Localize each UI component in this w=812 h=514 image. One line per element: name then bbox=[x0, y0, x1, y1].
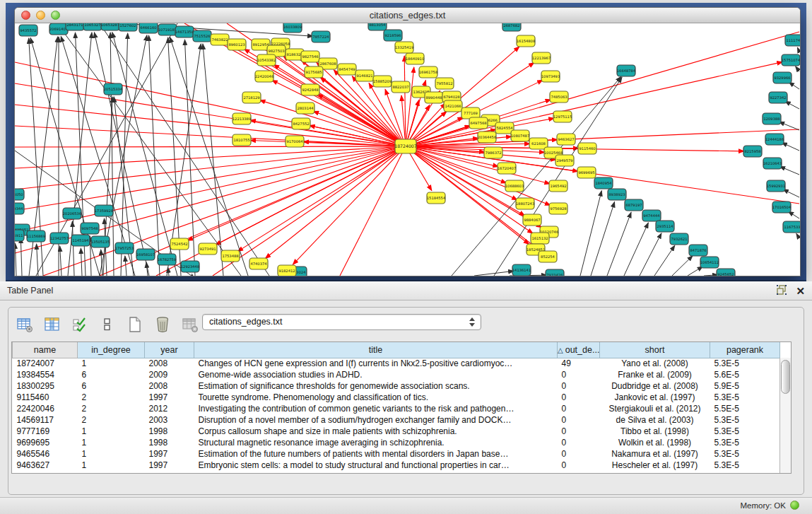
graph-node[interactable]: 6879197 bbox=[625, 199, 643, 211]
graph-node[interactable]: 20515334 bbox=[104, 83, 123, 95]
graph-node[interactable]: 9242848 bbox=[301, 84, 319, 95]
graph-node[interactable]: 9097548 bbox=[81, 223, 99, 234]
column-header-in_degree[interactable]: in_degree bbox=[78, 342, 145, 358]
graph-node[interactable]: 9273491 bbox=[199, 243, 217, 255]
graph-node[interactable]: 8427552 bbox=[292, 118, 310, 129]
graph-node[interactable]: 12444186 bbox=[765, 134, 784, 145]
network-canvas[interactable]: 9435572206914062843171106532710653287152… bbox=[15, 23, 800, 276]
graph-node[interactable]: 1209388 bbox=[763, 113, 781, 124]
graph-node[interactable]: 9182412 bbox=[278, 265, 296, 276]
graph-node[interactable]: 8990448 bbox=[425, 92, 443, 103]
graph-node[interactable]: 2687682 bbox=[502, 23, 521, 31]
graph-node[interactable]: 14136141 bbox=[512, 264, 531, 276]
graph-node[interactable]: 12213389 bbox=[233, 113, 251, 124]
scrollbar-thumb[interactable] bbox=[781, 360, 790, 394]
graph-node[interactable]: 9227342 bbox=[769, 92, 787, 103]
graph-node[interactable]: 18724007 bbox=[394, 139, 417, 153]
table-row[interactable]: 2242004622012Investigating the contribut… bbox=[13, 403, 780, 414]
table-row[interactable]: 1456911722003Disruption of a novel membe… bbox=[13, 414, 780, 426]
table-selector-dropdown[interactable]: citations_edges.txt bbox=[202, 314, 481, 330]
column-header-short[interactable]: short bbox=[600, 342, 710, 358]
graph-node[interactable]: 9170064 bbox=[286, 136, 304, 147]
select-all-icon[interactable] bbox=[71, 315, 89, 334]
close-panel-icon[interactable]: ✕ bbox=[796, 285, 805, 298]
graph-node[interactable]: 8822037 bbox=[392, 81, 410, 93]
graph-node[interactable]: 14671358 bbox=[175, 26, 194, 37]
graph-node[interactable]: 9329966 bbox=[773, 72, 792, 83]
table-row[interactable]: 1872400712008Changes of HCN gene express… bbox=[13, 358, 780, 369]
graph-node[interactable]: 6497568 bbox=[469, 117, 488, 129]
graph-node[interactable]: 3915911 bbox=[15, 230, 24, 241]
graph-node[interactable]: 12975115 bbox=[553, 111, 572, 122]
graph-node[interactable]: 20691406 bbox=[49, 23, 68, 35]
graph-node[interactable]: 20364456 bbox=[478, 132, 496, 143]
graph-node[interactable]: 10543382 bbox=[257, 54, 276, 66]
graph-node[interactable]: 852254 bbox=[539, 251, 557, 262]
graph-node[interactable]: 12923448 bbox=[181, 261, 199, 272]
graph-node[interactable]: 7485063 bbox=[550, 91, 568, 103]
graph-node[interactable]: 16154808 bbox=[517, 35, 535, 47]
graph-node[interactable]: 2843171 bbox=[66, 23, 84, 30]
graph-node[interactable]: 1810755 bbox=[233, 134, 251, 146]
graph-node[interactable]: 2616050 bbox=[15, 189, 24, 200]
zoom-button[interactable] bbox=[51, 11, 60, 20]
graph-node[interactable]: 1840954 bbox=[594, 177, 613, 189]
graph-node[interactable]: 9756928 bbox=[549, 203, 567, 214]
graph-node[interactable]: 16720407 bbox=[498, 163, 516, 174]
graph-node[interactable]: 10719185 bbox=[158, 24, 177, 35]
graph-node[interactable]: 10653287 bbox=[101, 23, 119, 30]
graph-node[interactable]: 8471876 bbox=[689, 245, 707, 256]
graph-node[interactable]: 20206536 bbox=[63, 208, 81, 219]
column-header-pagerank[interactable]: pagerank bbox=[710, 342, 780, 358]
graph-node[interactable]: 1167533 bbox=[783, 221, 800, 233]
show-columns-icon[interactable] bbox=[43, 315, 61, 334]
table-row[interactable]: 969969511998Structural magnetic resonanc… bbox=[13, 437, 780, 448]
column-header-out_de[interactable]: △out_de... bbox=[558, 342, 600, 358]
column-header-title[interactable]: title bbox=[194, 342, 558, 358]
graph-node[interactable]: 2718129 bbox=[242, 92, 261, 103]
graph-node[interactable]: 1065327 bbox=[83, 23, 102, 30]
graph-node[interactable]: 2803144 bbox=[296, 103, 314, 114]
graph-node[interactable]: 15751074 bbox=[782, 54, 800, 66]
graph-node[interactable]: 1965492 bbox=[549, 180, 567, 192]
graph-node[interactable]: 9827546 bbox=[301, 51, 319, 62]
graph-node[interactable]: 7857224 bbox=[312, 31, 330, 42]
new-table-icon[interactable] bbox=[126, 315, 144, 334]
graph-node[interactable]: 16782759 bbox=[158, 254, 176, 265]
graph-node[interactable]: 13325419 bbox=[395, 42, 413, 53]
graph-node[interactable]: 10688603 bbox=[505, 180, 524, 192]
window-titlebar[interactable]: citations_edges.txt bbox=[15, 8, 800, 23]
graph-node[interactable]: 9435572 bbox=[19, 25, 37, 36]
column-header-name[interactable]: name bbox=[13, 342, 78, 358]
graph-node[interactable]: 17016504 bbox=[772, 201, 792, 213]
graph-node[interactable]: 12213967 bbox=[532, 52, 551, 64]
graph-node[interactable]: 8454749 bbox=[338, 64, 356, 75]
graph-node[interactable]: 11156869 bbox=[27, 230, 45, 242]
network-view[interactable]: 9435572206914062843171106532710653287152… bbox=[15, 23, 800, 276]
table-row[interactable]: 1830029562008Estimation of significance … bbox=[13, 380, 780, 392]
graph-node[interactable]: 9218596 bbox=[384, 30, 402, 41]
table-row[interactable]: 946362711997Embryonic stem cells: a mode… bbox=[13, 460, 780, 471]
graph-node[interactable]: 1145194 bbox=[71, 235, 90, 246]
table-settings-icon[interactable] bbox=[16, 315, 34, 334]
graph-node[interactable]: 15885209 bbox=[373, 76, 392, 87]
graph-node[interactable]: 9175685 bbox=[305, 66, 323, 78]
graph-node[interactable]: 22420046 bbox=[255, 71, 273, 82]
delete-table-icon[interactable] bbox=[153, 315, 172, 334]
import-table-icon[interactable] bbox=[181, 315, 199, 334]
graph-node[interactable]: 8938923 bbox=[608, 189, 626, 200]
graph-node[interactable]: 18640910 bbox=[406, 53, 424, 64]
graph-node[interactable]: 16648784 bbox=[617, 65, 636, 76]
graph-node[interactable]: 2949579 bbox=[555, 155, 574, 166]
graph-node[interactable]: 10654112 bbox=[700, 257, 719, 268]
table-row[interactable]: 946554611997Estimation of the future num… bbox=[13, 448, 780, 460]
graph-node[interactable]: 1519344 bbox=[15, 203, 24, 214]
graph-node[interactable]: 13505135 bbox=[91, 236, 110, 247]
graph-node[interactable]: 9463627 bbox=[557, 134, 575, 145]
graph-node[interactable]: 16033809 bbox=[283, 23, 302, 33]
graph-node[interactable]: 2935114 bbox=[656, 221, 674, 232]
graph-node[interactable]: 7933426 bbox=[546, 269, 564, 276]
graph-node[interactable]: 15184554 bbox=[427, 192, 446, 204]
graph-node[interactable]: 1527602 bbox=[119, 23, 137, 31]
graph-node[interactable]: 9474444 bbox=[642, 210, 661, 221]
